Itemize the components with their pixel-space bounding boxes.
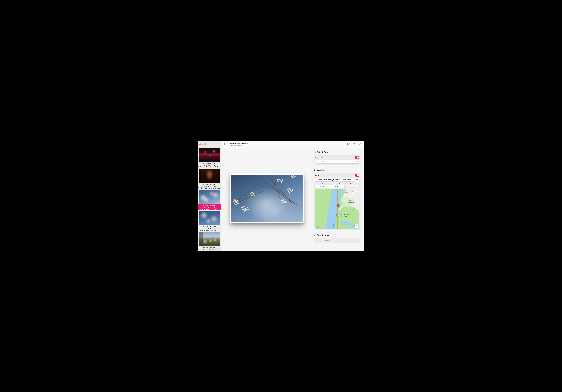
longitude-label: Longitude (330, 183, 345, 184)
pin-icon: ⚲ (198, 230, 199, 231)
app-window: + 000934640038.tif 17/02/2023, 17:57 ⚲Br… (198, 141, 364, 251)
thumbnail-item[interactable]: 000934640035.tif 19/02/2023, 15:32 ⚲Quee… (198, 211, 221, 232)
location-section: Location Location Queen Elizabeth Olympi… (314, 169, 361, 231)
map-poi[interactable]: ⌂ Tumbling Bay Playground (344, 200, 356, 203)
thumbnail-item[interactable]: 000934640038.tif 17/02/2023, 17:57 ⚲Brig… (198, 148, 221, 169)
thumbnail-filename: 000934640038.tif (198, 162, 221, 164)
thumbnail-date: 19/02/2023, 15:31 (198, 207, 221, 208)
svg-point-6 (356, 179, 357, 180)
section-heading: Location (314, 169, 361, 171)
close-window-button[interactable] (199, 143, 201, 145)
thumbnail-list[interactable]: 000934640038.tif 17/02/2023, 17:57 ⚲Brig… (198, 148, 221, 248)
thumbnail-date: 17/02/2023, 17:57 (198, 164, 221, 166)
toggle-sidebar-button[interactable] (224, 142, 227, 146)
location-toggle[interactable] (355, 174, 359, 177)
document-icon (314, 234, 316, 236)
preview-pane (222, 148, 312, 251)
filter-button[interactable]: ⁂ (212, 248, 214, 251)
latitude-field[interactable]: 51.5472 (315, 185, 330, 188)
descriptions-heading-label: Descriptions (317, 234, 329, 236)
minimize-window-button[interactable] (202, 143, 204, 145)
longitude-field[interactable]: -0.016 (330, 185, 345, 188)
datetime-stepper[interactable]: ▲▼ (357, 161, 358, 162)
svg-point-8 (356, 225, 357, 226)
thumbnail-meta: 000934640036.tif 19/02/2023, 15:31 ⚲Quee… (198, 204, 221, 210)
thumbnail-location: 41 Meeting House Lane, Brighton, BN1… (200, 187, 221, 189)
pin-icon: ⚲ (198, 208, 199, 210)
svg-point-5 (314, 169, 315, 170)
clear-metadata-button[interactable] (347, 142, 351, 146)
latitude-label: Latitude (315, 183, 330, 184)
add-button[interactable]: + (214, 143, 217, 146)
location-panel: Location Queen Elizabeth Olympic Park, H… (314, 173, 361, 231)
sort-asc-button[interactable]: ↑ (206, 248, 208, 251)
section-heading: Descriptions (314, 234, 361, 236)
description-placeholder: Image description (316, 240, 330, 242)
traffic-lights (199, 143, 207, 145)
clock-icon (314, 151, 316, 153)
thumbnail-meta: 000934640034.tif (198, 246, 221, 248)
sidebar: + 000934640038.tif 17/02/2023, 17:57 ⚲Br… (198, 141, 222, 251)
thumbnail-image (199, 211, 221, 225)
thumbnail-meta: 000934640038.tif 17/02/2023, 17:57 ⚲Brig… (198, 162, 221, 168)
search-icon (356, 179, 358, 181)
document-title: Superia 400 blossom (230, 142, 248, 144)
photo-preview (231, 175, 303, 222)
map-legal-link[interactable]: Legal (316, 227, 319, 228)
thumbnail-date: 17/02/2023, 20:06 (198, 185, 221, 187)
inspector-panel: Date & Time Capture Time 19/02/2023, 15:… (312, 148, 364, 251)
descriptions-section: Descriptions Image description (314, 234, 361, 243)
thumbnail-filename: 000934640035.tif (198, 226, 221, 228)
location-map[interactable]: ⌂ Tumbling Bay Playground ✿ Queen Elizab… (315, 189, 359, 229)
coordinates-row: Latitude 51.5472 Longitude -0.016 Altitu… (315, 183, 359, 188)
capture-time-label: Capture Time (315, 157, 353, 159)
collapse-down-button[interactable]: ˅ (218, 248, 220, 251)
datetime-section: Date & Time Capture Time 19/02/2023, 15:… (314, 151, 361, 165)
tree-icon: ⌂ (344, 200, 346, 202)
svg-line-3 (348, 143, 350, 145)
thumbnail-image (199, 232, 221, 246)
altitude-label: Altitude (345, 183, 359, 184)
sidebar-footer: 38 items ↑ ↓ ⁂ ˄ ˅ (198, 248, 221, 251)
share-button[interactable] (358, 142, 362, 146)
content-area: Date & Time Capture Time 19/02/2023, 15:… (222, 148, 364, 251)
title-block: Superia 400 blossom 000934640036.tif (230, 142, 248, 146)
location-heading-label: Location (317, 169, 325, 171)
datetime-heading-label: Date & Time (317, 151, 328, 153)
altitude-field[interactable] (345, 185, 359, 186)
thumbnail-item-selected[interactable]: 000934640036.tif 19/02/2023, 15:31 ⚲Quee… (198, 190, 221, 211)
capture-time-toggle[interactable] (355, 156, 359, 159)
delete-button[interactable] (353, 142, 356, 146)
item-count: 38 items (199, 249, 205, 250)
datetime-panel: Capture Time 19/02/2023, 15: 31 ▲▼ (314, 155, 361, 165)
thumbnail-image (199, 169, 221, 183)
poi-label: Tumbling Bay Playground (347, 200, 356, 203)
window-controls-row: + (198, 141, 221, 148)
location-pin-icon (314, 169, 316, 171)
map-locate-button[interactable] (354, 224, 358, 228)
pin-icon: ⚲ (198, 166, 199, 167)
location-address-field[interactable]: Queen Elizabeth Olympic Park, Honour Lea… (315, 178, 354, 182)
thumbnail-location: Queen Elizabeth Olympic Park, Honou… (200, 230, 221, 231)
fullscreen-window-button[interactable] (205, 143, 207, 145)
thumbnail-item[interactable]: 000934640037.tif 17/02/2023, 20:06 ⚲41 M… (198, 169, 221, 190)
main-area: Superia 400 blossom 000934640036.tif (222, 141, 364, 251)
crosshair-icon (355, 225, 357, 227)
thumbnail-item[interactable]: 000934640034.tif (198, 232, 221, 248)
pin-icon: ⚲ (198, 187, 199, 189)
sort-desc-button[interactable]: ↓ (209, 248, 211, 251)
thumbnail-date: 19/02/2023, 15:32 (198, 228, 221, 229)
thumbnail-location: Queen Elizabeth Olympic Park, Honou… (200, 208, 221, 210)
collapse-up-button[interactable]: ˄ (215, 248, 217, 251)
thumbnail-image (199, 190, 221, 204)
thumbnail-meta: 000934640035.tif 19/02/2023, 15:32 ⚲Quee… (198, 225, 221, 231)
description-field[interactable]: Image description (314, 238, 361, 243)
capture-time-field[interactable]: 19/02/2023, 15: 31 ▲▼ (315, 160, 359, 164)
thumbnail-filename: 000934640037.tif (198, 184, 221, 185)
map-street-label: OLYMPIC PARK AVE (347, 207, 356, 217)
location-address-value: Queen Elizabeth Olympic Park, Honour Lea… (317, 179, 352, 181)
tree-icon: ✿ (336, 214, 337, 216)
thumbnail-filename: 000934640036.tif (198, 205, 221, 207)
thumbnail-meta: 000934640037.tif 17/02/2023, 20:06 ⚲41 M… (198, 183, 221, 189)
location-search-button[interactable] (355, 178, 359, 182)
